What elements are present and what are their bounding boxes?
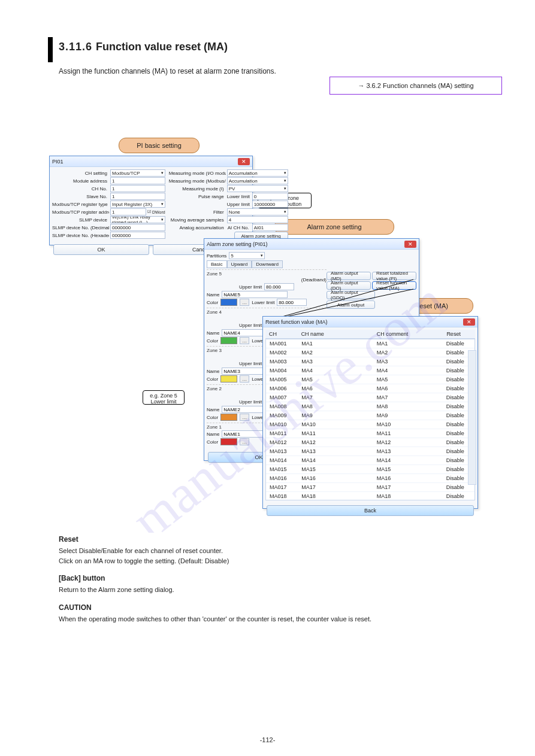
- field-slave-no[interactable]: 1: [110, 193, 165, 200]
- table-row[interactable]: MA011MA11MA11Disable: [266, 429, 474, 438]
- table-row[interactable]: MA010MA10MA10Disable: [266, 420, 474, 429]
- field-lower-limit[interactable]: 0: [252, 193, 288, 200]
- cell-ch: MA003: [266, 357, 298, 366]
- field-slmp-device[interactable]: W(Link) Link relay signed word (L..): [110, 216, 165, 223]
- table-row[interactable]: MA015MA15MA15Disable: [266, 465, 474, 474]
- cell-name: MA4: [298, 366, 373, 375]
- table-row[interactable]: MA002MA2MA2Disable: [266, 348, 474, 357]
- cell-ch: MA004: [266, 366, 298, 375]
- alarm-output-button[interactable]: Alarm output: [327, 300, 375, 309]
- reset-heading: Reset: [59, 534, 478, 545]
- table-row[interactable]: MA018MA18MA18Disable: [266, 492, 474, 500]
- table-row[interactable]: MA012MA12MA12Disable: [266, 438, 474, 447]
- lbl-upper: Upper limit: [239, 284, 262, 290]
- alarm-output-gdo-button[interactable]: Alarm output (GDO): [327, 291, 375, 299]
- pill-pi-basic: PI basic setting: [119, 138, 200, 153]
- cell-name: MA9: [298, 411, 373, 420]
- table-row[interactable]: MA003MA3MA3Disable: [266, 357, 474, 366]
- cell-comment: MA12: [373, 438, 443, 447]
- field-upper[interactable]: [264, 283, 294, 290]
- field-mm-i[interactable]: PV: [227, 185, 288, 192]
- color-picker-button[interactable]: …: [240, 337, 249, 344]
- table-row[interactable]: MA006MA6MA6Disable: [266, 384, 474, 393]
- lbl-slmp-dec: SLMP device No. (Decimal): [52, 225, 109, 230]
- cell-ch: MA006: [266, 384, 298, 393]
- table-row[interactable]: MA017MA17MA17Disable: [266, 483, 474, 492]
- cell-ch: MA008: [266, 402, 298, 411]
- field-module-address[interactable]: 1: [110, 177, 165, 184]
- table-row[interactable]: MA008MA8MA8Disable: [266, 402, 474, 411]
- cell-ch: MA005: [266, 375, 298, 384]
- cell-ch: MA001: [266, 339, 298, 348]
- field-upper-limit[interactable]: 10000000: [252, 201, 288, 208]
- scrollbar[interactable]: [468, 350, 476, 485]
- table-row[interactable]: MA001MA1MA1Disable: [266, 339, 474, 348]
- lbl-upper: Upper limit: [239, 323, 262, 328]
- color-swatch: [220, 299, 237, 306]
- field-ma-samples[interactable]: 4: [227, 216, 288, 223]
- field-ch-no[interactable]: 1: [110, 185, 165, 192]
- close-icon[interactable]: ✕: [404, 241, 416, 248]
- color-picker-button[interactable]: …: [240, 299, 249, 306]
- cell-ch: MA013: [266, 447, 298, 456]
- reset-totalized-pi-button[interactable]: Reset totalized value (PI): [372, 272, 416, 280]
- table-row[interactable]: MA007MA7MA7Disable: [266, 393, 474, 402]
- field-mm-tcp[interactable]: Accumulation: [227, 177, 288, 184]
- lbl-filter: Filter: [169, 210, 226, 215]
- lbl-pulse-range: Pulse range: [169, 194, 226, 199]
- lbl-color: Color: [207, 300, 218, 305]
- cell-ch: MA018: [266, 492, 298, 500]
- field-name[interactable]: [222, 291, 288, 298]
- field-mm-io[interactable]: Accumulation: [227, 169, 288, 177]
- field-ai-ch1[interactable]: AI01: [252, 224, 288, 231]
- lbl-reg-type: Modbus/TCP register type: [52, 202, 109, 207]
- lbl-ai-ch: AI CH No.: [227, 225, 251, 230]
- cell-name: MA6: [298, 384, 373, 393]
- ok-button[interactable]: OK: [53, 244, 149, 255]
- field-reg-type[interactable]: Input Register (3X): [110, 201, 165, 208]
- field-partitions[interactable]: 5: [229, 252, 265, 259]
- cell-ch: MA014: [266, 456, 298, 464]
- lbl-ma-samples: Moving average samples: [169, 217, 226, 223]
- tab-upward[interactable]: Upward: [227, 260, 252, 268]
- table-row[interactable]: MA009MA9MA9Disable: [266, 411, 474, 420]
- table-row[interactable]: MA005MA5MA5Disable: [266, 375, 474, 384]
- lower-text: Reset Select Disable/Enable for each cha…: [59, 527, 478, 624]
- lbl-name: Name: [207, 369, 219, 374]
- caution-heading: CAUTION: [59, 602, 478, 613]
- alarm-output-md-button[interactable]: Alarm output (MD): [327, 272, 371, 280]
- tab-downward[interactable]: Downward: [252, 260, 283, 268]
- lbl-reg-addr: Modbus/TCP register address: [52, 210, 109, 215]
- field-reg-addr[interactable]: 1: [110, 208, 146, 215]
- field-slmp-hex[interactable]: 0000000: [110, 232, 165, 239]
- field-lower[interactable]: [277, 299, 307, 306]
- lbl-analog-acc: Analog accumulation: [169, 225, 226, 230]
- checkbox-dword[interactable]: ☑: [147, 210, 151, 214]
- cell-name: MA15: [298, 465, 373, 473]
- lbl-name: Name: [207, 432, 219, 437]
- color-picker-button[interactable]: …: [240, 438, 249, 445]
- table-row[interactable]: MA014MA14MA14Disable: [266, 456, 474, 465]
- close-icon[interactable]: ✕: [463, 318, 475, 326]
- color-picker-button[interactable]: …: [240, 375, 249, 382]
- back-button[interactable]: Back: [267, 505, 474, 516]
- azs-titlebar: Alarm zone setting (PI01) ✕: [204, 239, 419, 250]
- close-icon[interactable]: ✕: [238, 158, 250, 165]
- pill-alarm-zone-setting: Alarm zone setting: [274, 219, 394, 235]
- field-ch-setting[interactable]: Modbus/TCP: [110, 169, 165, 177]
- field-filter[interactable]: None: [227, 208, 288, 215]
- tab-basic[interactable]: Basic: [207, 260, 227, 268]
- reset-function-ma-button[interactable]: Reset function value (MA): [372, 281, 416, 290]
- table-row[interactable]: MA016MA16MA16Disable: [266, 474, 474, 483]
- cell-ch: MA010: [266, 420, 298, 429]
- cell-name: MA10: [298, 420, 373, 429]
- page-number: -112-: [0, 736, 535, 743]
- table-row[interactable]: MA013MA13MA13Disable: [266, 447, 474, 456]
- alarm-output-do-button[interactable]: Alarm output (DO): [327, 281, 371, 290]
- color-picker-button[interactable]: …: [240, 414, 249, 421]
- cell-name: MA8: [298, 402, 373, 411]
- field-slmp-dec[interactable]: 0000000: [110, 224, 165, 231]
- table-row[interactable]: MA004MA4MA4Disable: [266, 366, 474, 375]
- lbl-module-address: Module address: [52, 178, 109, 184]
- back-heading: [Back] button: [59, 573, 478, 584]
